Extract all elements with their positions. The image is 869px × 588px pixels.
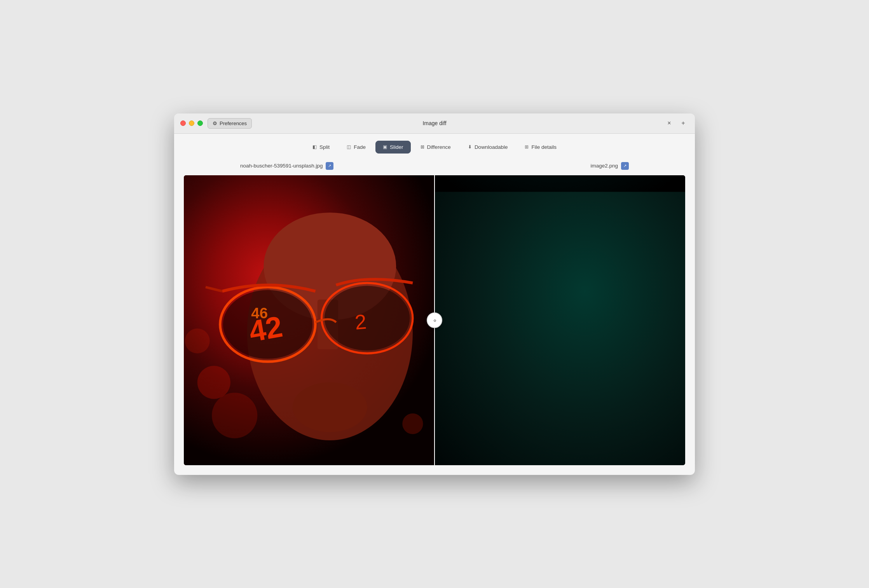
tab-downloadable-label: Downloadable	[475, 144, 508, 150]
maximize-button[interactable]	[197, 120, 203, 126]
right-link-arrow: ↗	[623, 164, 626, 168]
tab-fade[interactable]: ◫ Fade	[339, 141, 373, 154]
window-title: Image diff	[422, 120, 446, 126]
svg-point-14	[185, 328, 210, 353]
slider-arrows-icon: ‹›	[433, 317, 435, 323]
difference-icon: ⊠	[421, 144, 424, 150]
app-window: ⚙ Preferences Image diff × + ◧ Split ◫ F…	[174, 113, 695, 475]
tab-slider-label: Slider	[390, 144, 403, 150]
left-file-name: noah-buscher-539591-unsplash.jpg	[240, 163, 323, 169]
right-file-link-icon[interactable]: ↗	[621, 162, 629, 170]
titlebar-actions: × +	[664, 118, 695, 129]
svg-text:2: 2	[354, 310, 368, 333]
slider-handle[interactable]: ‹›	[427, 312, 442, 328]
right-image: 42 46	[434, 175, 685, 465]
svg-point-13	[212, 393, 257, 438]
split-icon: ◧	[312, 144, 317, 150]
downloadable-icon: ⬇	[468, 144, 472, 150]
file-details-icon: ⊞	[525, 144, 529, 150]
image-container[interactable]: 42 46 2	[184, 175, 685, 465]
right-file-label: image2.png ↗	[590, 162, 629, 170]
left-file-label: noah-buscher-539591-unsplash.jpg ↗	[240, 162, 333, 170]
svg-point-4	[293, 382, 367, 432]
titlebar: ⚙ Preferences Image diff × +	[174, 113, 695, 134]
left-file-link-icon[interactable]: ↗	[326, 162, 333, 170]
svg-rect-16	[434, 175, 685, 192]
svg-point-15	[402, 413, 423, 434]
tab-file-details[interactable]: ⊞ File details	[517, 141, 564, 154]
slider-icon: ▣	[383, 144, 387, 150]
add-button[interactable]: +	[678, 118, 689, 129]
tab-file-details-label: File details	[531, 144, 557, 150]
tab-difference-label: Difference	[427, 144, 451, 150]
tab-split[interactable]: ◧ Split	[305, 141, 337, 154]
close-button[interactable]	[180, 120, 186, 126]
close-icon-button[interactable]: ×	[664, 118, 675, 129]
image-area: 42 46 2	[174, 175, 695, 475]
tab-slider[interactable]: ▣ Slider	[375, 141, 411, 154]
preferences-button[interactable]: ⚙ Preferences	[208, 118, 252, 129]
fade-icon: ◫	[347, 144, 351, 150]
tab-fade-label: Fade	[354, 144, 366, 150]
svg-text:46: 46	[251, 304, 268, 321]
preferences-icon: ⚙	[213, 120, 217, 126]
left-image: 42 46 2	[184, 175, 434, 465]
file-labels: noah-buscher-539591-unsplash.jpg ↗ image…	[174, 154, 695, 175]
tab-downloadable[interactable]: ⬇ Downloadable	[461, 141, 515, 154]
tab-difference[interactable]: ⊠ Difference	[413, 141, 458, 154]
tabbar: ◧ Split ◫ Fade ▣ Slider ⊠ Difference ⬇ D…	[174, 134, 695, 154]
right-file-name: image2.png	[590, 163, 618, 169]
traffic-lights	[174, 120, 203, 126]
preferences-label: Preferences	[220, 120, 247, 126]
minimize-button[interactable]	[189, 120, 194, 126]
svg-point-12	[197, 366, 230, 399]
left-link-arrow: ↗	[328, 164, 331, 168]
svg-point-10	[325, 286, 410, 350]
tab-split-label: Split	[319, 144, 330, 150]
